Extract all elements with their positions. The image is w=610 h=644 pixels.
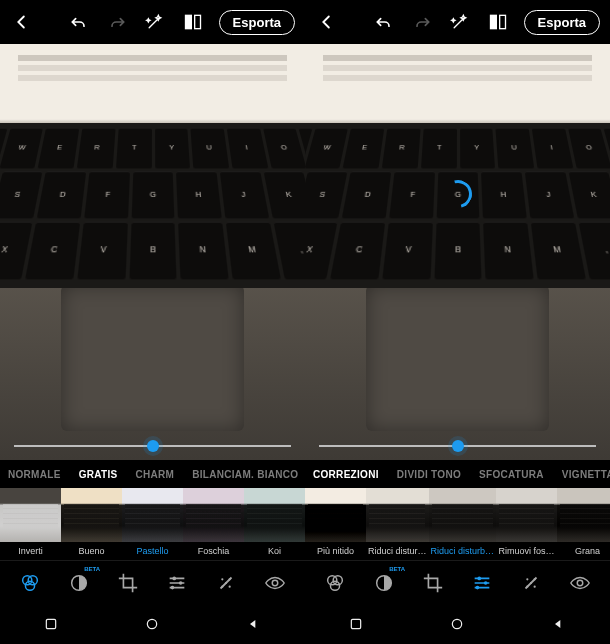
adjust-tool-icon[interactable]: BETA [371,570,397,596]
preset-thumbnails: Più nitidoRiduci distur…Riduci disturb…R… [305,488,610,560]
category-tab[interactable]: VIGNETTATURA [562,469,610,480]
nav-back-icon[interactable] [549,614,569,634]
undo-icon[interactable] [372,10,396,34]
nav-back-icon[interactable] [244,614,264,634]
category-tabs: CORREZIONIDIVIDI TONOSFOCATURAVIGNETTATU… [305,460,610,488]
preset-thumb[interactable]: Foschia [183,488,244,560]
preset-thumb[interactable]: Grana [557,488,610,560]
topbar: Esporta [305,0,610,44]
compare-icon[interactable] [486,10,510,34]
sliders-tool-icon[interactable] [469,570,495,596]
intensity-slider[interactable] [14,436,291,456]
back-icon[interactable] [315,10,339,34]
adjust-tool-icon[interactable]: BETA [66,570,92,596]
preset-label: Rimuovi fos… [496,542,557,560]
crop-tool-icon[interactable] [420,570,446,596]
slider-thumb[interactable] [452,440,464,452]
preset-label: Bueno [61,542,122,560]
preset-label: Foschia [183,542,244,560]
crop-tool-icon[interactable] [115,570,141,596]
category-tab[interactable]: BILANCIAM. BIANCO [192,469,298,480]
preset-label: Pastello [122,542,183,560]
editor-pane-right: Esporta QWERTYUIOPASDFGHJKLZXCVBNM,. COR… [305,0,610,644]
undo-icon[interactable] [67,10,91,34]
nav-recent-icon[interactable] [346,614,366,634]
preset-thumb[interactable]: Bueno [61,488,122,560]
auto-wand-icon[interactable] [143,10,167,34]
category-tab[interactable]: CORREZIONI [313,469,379,480]
bottom-toolbar: BETA [0,560,305,604]
auto-wand-icon[interactable] [448,10,472,34]
preset-label: Riduci distur… [366,542,429,560]
bottom-toolbar: BETA [305,560,610,604]
heal-tool-icon[interactable] [518,570,544,596]
export-button[interactable]: Esporta [219,10,295,35]
sliders-tool-icon[interactable] [164,570,190,596]
category-tab[interactable]: DIVIDI TONO [397,469,461,480]
redeye-tool-icon[interactable] [567,570,593,596]
preset-label: Riduci disturb… [429,542,497,560]
export-button[interactable]: Esporta [524,10,600,35]
looks-tool-icon[interactable] [17,570,43,596]
image-canvas[interactable]: QWERTYUIOPASDFGHJKLZXCVBNM,. [305,44,610,460]
preset-label: Koi [244,542,305,560]
compare-icon[interactable] [181,10,205,34]
topbar: Esporta [0,0,305,44]
looks-tool-icon[interactable] [322,570,348,596]
preset-label: Inverti [0,542,61,560]
preset-thumb[interactable]: Koi [244,488,305,560]
image-canvas[interactable]: QWERTYUIOPASDFGHJKLZXCVBNM,. [0,44,305,460]
nav-recent-icon[interactable] [41,614,61,634]
category-tab[interactable]: NORMALE [8,469,61,480]
category-tab[interactable]: GRATIS [79,469,118,480]
android-navbar [305,604,610,644]
redo-icon [105,10,129,34]
nav-home-icon[interactable] [142,614,162,634]
heal-tool-icon[interactable] [213,570,239,596]
category-tabs: NORMALEGRATISCHARMBILANCIAM. BIANCOBIA [0,460,305,488]
preset-thumb[interactable]: Riduci disturb… [429,488,497,560]
redeye-tool-icon[interactable] [262,570,288,596]
category-tab[interactable]: CHARM [136,469,175,480]
preset-thumb[interactable]: Riduci distur… [366,488,429,560]
preset-thumb[interactable]: Inverti [0,488,61,560]
editor-pane-left: Esporta QWERTYUIOPASDFGHJKLZXCVBNM,. NOR… [0,0,305,644]
preset-label: Grana [557,542,610,560]
preset-label: Più nitido [305,542,366,560]
preset-thumb[interactable]: Pastello [122,488,183,560]
slider-thumb[interactable] [147,440,159,452]
preset-thumbnails: InvertiBuenoPastelloFoschiaKoi [0,488,305,560]
redo-icon [410,10,434,34]
preset-thumb[interactable]: Rimuovi fos… [496,488,557,560]
back-icon[interactable] [10,10,34,34]
nav-home-icon[interactable] [447,614,467,634]
preset-thumb[interactable]: Più nitido [305,488,366,560]
intensity-slider[interactable] [319,436,596,456]
android-navbar [0,604,305,644]
category-tab[interactable]: SFOCATURA [479,469,544,480]
